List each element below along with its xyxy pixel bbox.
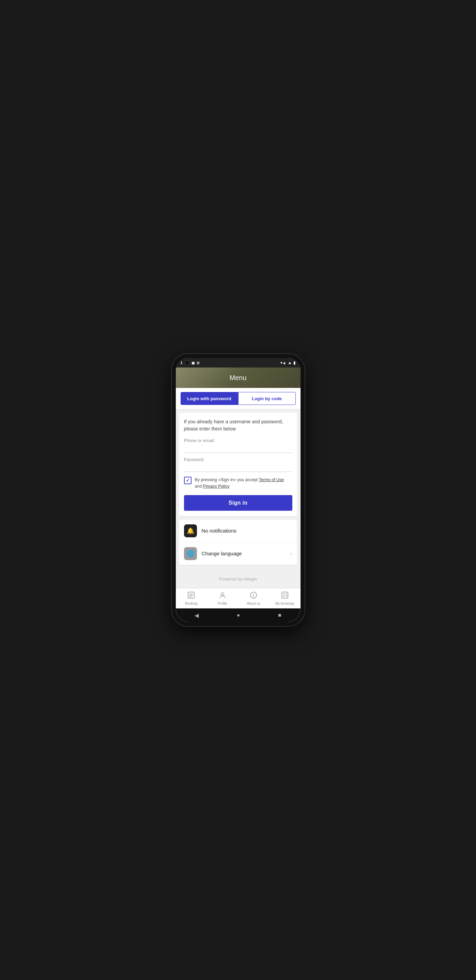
recent-button[interactable]: ■ bbox=[278, 612, 281, 618]
phone-screen: 1 ▣ ⊟ ▾▲ ▲ ▮ Menu Login with password Lo… bbox=[176, 358, 300, 622]
app-header: Menu bbox=[176, 368, 300, 388]
nav-booking-label: Booking bbox=[185, 601, 197, 605]
terms-checkbox[interactable] bbox=[184, 477, 192, 484]
tab-login-code[interactable]: Login by code bbox=[238, 392, 296, 405]
phone-input[interactable] bbox=[184, 444, 292, 453]
notifications-icon-wrap: 🔔 bbox=[184, 524, 197, 537]
bell-icon: 🔔 bbox=[187, 527, 194, 535]
login-description: If you already have a username and passw… bbox=[184, 418, 292, 433]
phone-field: Phone or email: bbox=[184, 438, 292, 453]
sign-in-button[interactable]: Sign in bbox=[184, 495, 292, 511]
wifi-icon: ▾▲ bbox=[280, 360, 287, 365]
nav-profile[interactable]: Profile bbox=[207, 589, 238, 608]
notifications-label: No notifications bbox=[202, 528, 292, 533]
profile-icon bbox=[219, 592, 226, 601]
password-input[interactable] bbox=[184, 463, 292, 472]
login-form: If you already have a username and passw… bbox=[179, 413, 297, 516]
battery-icon: ▮ bbox=[293, 360, 296, 365]
notification-icon: ⊟ bbox=[196, 361, 199, 365]
signal-icon: ▲ bbox=[288, 360, 292, 365]
about-icon: i bbox=[250, 592, 257, 601]
notifications-item[interactable]: 🔔 No notifications bbox=[179, 520, 297, 542]
language-icon-wrap: 🌐 bbox=[184, 547, 197, 560]
android-nav: ◀ ● ■ bbox=[176, 608, 300, 622]
bottom-nav: Booking Profile i About u bbox=[176, 588, 300, 608]
globe-icon: 🌐 bbox=[187, 550, 194, 557]
svg-text:i: i bbox=[253, 593, 254, 598]
status-left: 1 ▣ ⊟ bbox=[180, 360, 199, 365]
svg-rect-0 bbox=[188, 592, 194, 598]
main-content: Login with password Login by code If you… bbox=[176, 388, 300, 588]
nav-my-bookings[interactable]: My bookings bbox=[269, 589, 300, 608]
my-bookings-icon bbox=[281, 592, 289, 601]
status-time: 1 bbox=[180, 361, 183, 365]
camera-icon bbox=[185, 360, 189, 365]
tab-login-password[interactable]: Login with password bbox=[180, 392, 238, 405]
back-button[interactable]: ◀ bbox=[195, 612, 199, 619]
nav-my-bookings-label: My bookings bbox=[275, 601, 294, 605]
nav-profile-label: Profile bbox=[218, 601, 227, 605]
page-title: Menu bbox=[229, 374, 246, 382]
phone-frame: 1 ▣ ⊟ ▾▲ ▲ ▮ Menu Login with password Lo… bbox=[172, 354, 305, 626]
booking-icon bbox=[187, 592, 195, 601]
chevron-right-icon: › bbox=[290, 550, 292, 557]
terms-text: By pressing «Sign in» you accept Terms o… bbox=[195, 477, 292, 490]
language-item[interactable]: 🌐 Change language › bbox=[179, 542, 297, 565]
sim-icon: ▣ bbox=[192, 361, 195, 365]
phone-label: Phone or email: bbox=[184, 438, 292, 443]
home-button[interactable]: ● bbox=[237, 612, 240, 618]
status-bar: 1 ▣ ⊟ ▾▲ ▲ ▮ bbox=[176, 358, 300, 368]
terms-of-use-link[interactable]: Terms of Use bbox=[259, 477, 284, 482]
password-field: Password: bbox=[184, 457, 292, 472]
terms-row: By pressing «Sign in» you accept Terms o… bbox=[184, 477, 292, 490]
language-label: Change language bbox=[202, 550, 291, 556]
nav-booking[interactable]: Booking bbox=[176, 589, 207, 608]
nav-about-label: About us bbox=[247, 601, 260, 605]
tab-switcher: Login with password Login by code bbox=[176, 388, 300, 409]
terms-prefix: By pressing «Sign in» you accept bbox=[195, 477, 259, 482]
svg-point-4 bbox=[221, 593, 224, 595]
privacy-policy-link[interactable]: Privacy Policy bbox=[203, 484, 230, 488]
menu-section: 🔔 No notifications 🌐 Change language › bbox=[179, 520, 297, 565]
status-right: ▾▲ ▲ ▮ bbox=[280, 360, 296, 365]
password-label: Password: bbox=[184, 457, 292, 462]
powered-by: Powered by Altegio bbox=[176, 568, 300, 587]
svg-rect-7 bbox=[282, 592, 288, 598]
nav-about[interactable]: i About us bbox=[238, 589, 270, 608]
terms-and: and bbox=[195, 484, 203, 488]
